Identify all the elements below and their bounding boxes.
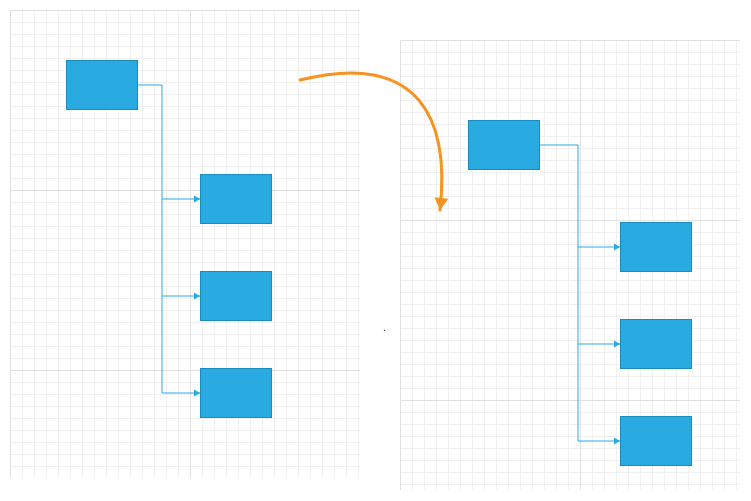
node-child-1[interactable] <box>620 222 692 272</box>
node-child-2[interactable] <box>620 319 692 369</box>
center-dot: . <box>383 322 386 333</box>
node-root[interactable] <box>468 120 540 170</box>
node-child-1[interactable] <box>200 174 272 224</box>
node-root[interactable] <box>66 60 138 110</box>
edges-left <box>10 10 360 478</box>
node-child-3[interactable] <box>620 416 692 466</box>
canvas-left[interactable] <box>10 10 360 478</box>
node-child-3[interactable] <box>200 368 272 418</box>
canvas-right[interactable] <box>400 40 740 490</box>
diagram-stage: . <box>0 0 751 501</box>
node-child-2[interactable] <box>200 271 272 321</box>
